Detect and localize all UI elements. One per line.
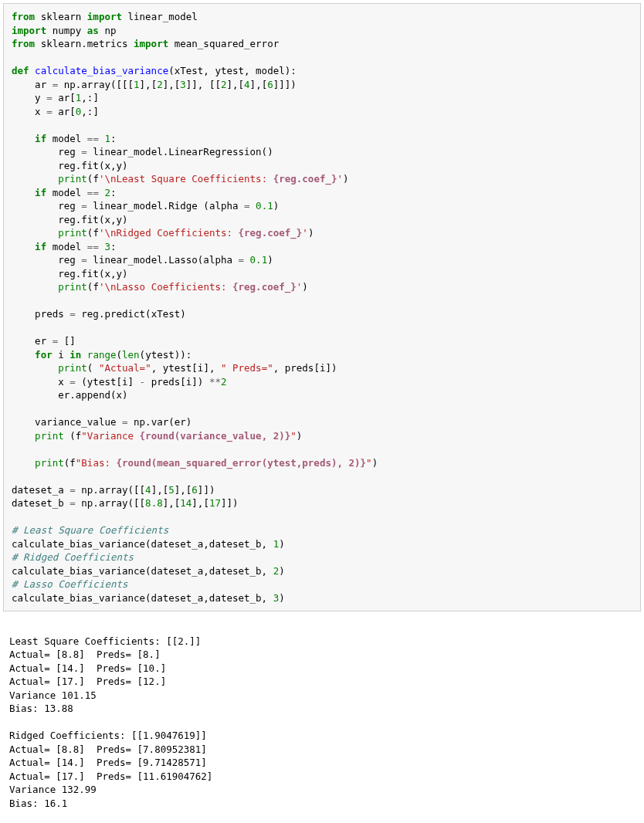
code-token: x [12, 106, 46, 117]
output-cell: Least Square Coefficients: [[2.]] Actual… [0, 615, 644, 823]
code-token: print [58, 173, 87, 185]
code-token: = [239, 254, 245, 266]
code-token [12, 430, 35, 442]
code-token: (f [87, 173, 99, 185]
code-token [29, 65, 36, 76]
code-token: from [12, 11, 35, 22]
code-token: preds[i]) [145, 376, 209, 388]
code-token: 0.1 [250, 254, 268, 266]
code-token: dateset_a [12, 484, 69, 496]
code-token: ,:] [81, 92, 99, 103]
code-token: = [69, 308, 76, 320]
code-token [12, 187, 35, 198]
code-token: (f [64, 457, 76, 469]
code-token: dateset_b [12, 497, 69, 509]
code-token [12, 362, 58, 374]
code-token: ]]) [221, 497, 239, 509]
code-token: i [53, 349, 70, 361]
code-token: sklearn.metrics [35, 38, 134, 49]
code-token: 1 [104, 133, 110, 144]
code-token: model [46, 187, 87, 198]
code-token: import [87, 11, 122, 22]
code-token: import [134, 38, 168, 49]
code-token: ) [302, 281, 308, 293]
code-token [12, 281, 58, 293]
code-token: import [12, 25, 46, 36]
code-token: (xTest, ytest, model): [168, 65, 297, 76]
code-token: " Preds=" [221, 362, 273, 374]
code-token: sklearn [35, 11, 87, 22]
code-token: '\nLasso Coefficients: [99, 281, 232, 293]
code-token: , ytest[i], [151, 362, 221, 374]
code-token: ],[ [163, 79, 181, 90]
code-token: 1 [134, 79, 140, 90]
code-token: np [99, 25, 117, 36]
code-token: ) [279, 565, 285, 577]
code-token: reg.fit(x,y) [12, 214, 128, 225]
code-token: 5 [168, 484, 175, 496]
code-token: np.array([[[ [58, 79, 134, 90]
code-token: - [140, 376, 146, 388]
code-token: = [81, 200, 87, 212]
code-token: {reg.coef_} [239, 227, 303, 239]
code-token: 6 [267, 79, 273, 90]
code-token: = [69, 497, 76, 509]
code-token: ) [279, 592, 285, 604]
code-token: ],[ [140, 79, 158, 90]
code-token [250, 200, 256, 212]
code-token: print [58, 227, 87, 239]
code-token: ],[ [151, 484, 169, 496]
code-token [12, 133, 35, 144]
code-token: ]], [[ [186, 79, 221, 90]
code-token: = [81, 254, 87, 266]
code-token: 4 [244, 79, 250, 90]
code-token: calculate_bias_variance(dateset_a,datese… [12, 538, 273, 550]
code-token: {round(mean_squared_error(ytest,preds), … [117, 457, 367, 469]
code-token: : [110, 241, 117, 252]
code-token: ' [337, 173, 344, 185]
code-token: 2 [221, 79, 227, 90]
code-token: range [87, 349, 117, 361]
code-token: ],[ [175, 484, 192, 496]
code-token: == [87, 187, 99, 198]
code-token: model [46, 241, 87, 252]
code-token: '\nLeast Square Coefficients: [99, 173, 273, 185]
code-token: ** [209, 376, 221, 388]
code-token: ],[ [227, 79, 245, 90]
code-token: # Lasso Coefficients [12, 578, 128, 590]
code-token: y [12, 92, 46, 103]
code-token [81, 349, 87, 361]
code-token: {reg.coef_} [273, 173, 337, 185]
code-token: = [46, 92, 53, 103]
code-token: 2 [221, 376, 227, 388]
code-token: print [35, 430, 64, 442]
code-token: 3 [180, 79, 186, 90]
code-token: ],[ [192, 497, 209, 509]
code-token [12, 227, 58, 239]
code-token: len [122, 349, 140, 361]
code-token: linear_model.Ridge (alpha [87, 200, 244, 212]
code-token: def [12, 65, 29, 76]
code-token: "Variance [81, 430, 139, 442]
code-token: print [58, 281, 87, 293]
code-token: linear_model.LinearRegression() [87, 146, 273, 157]
code-token: = [244, 200, 250, 212]
code-token: == [87, 133, 99, 144]
code-token: in [69, 349, 81, 361]
code-token: ]]) [198, 484, 215, 496]
code-token: reg [12, 254, 81, 266]
code-token: if [35, 133, 46, 144]
code-token: preds [12, 308, 69, 320]
code-token: er [12, 335, 53, 347]
code-token: 8.8 [145, 497, 163, 509]
code-token: variance_value [12, 416, 122, 428]
code-token: 17 [209, 497, 221, 509]
code-token: as [87, 25, 99, 36]
code-token: numpy [46, 25, 87, 36]
code-token: np.var(er) [128, 416, 192, 428]
code-token: ) [273, 200, 280, 212]
code-token: {reg.coef_} [232, 281, 297, 293]
code-token: "Actual=" [99, 362, 151, 374]
code-token: 2 [157, 79, 163, 90]
code-token: = [81, 146, 87, 157]
